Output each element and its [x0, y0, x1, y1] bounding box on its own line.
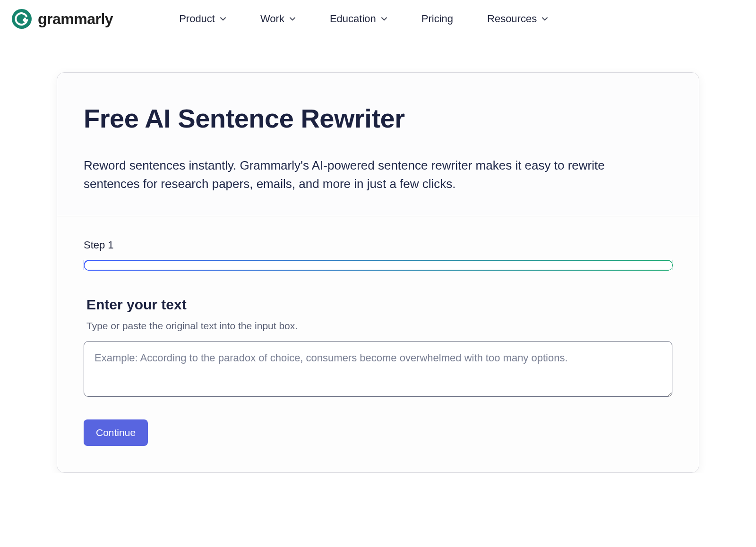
nav-label: Product	[179, 13, 215, 25]
page-title: Free AI Sentence Rewriter	[84, 103, 672, 134]
header: grammarly Product Work Education Pricing…	[0, 0, 756, 38]
nav-item-product[interactable]: Product	[179, 13, 226, 25]
svg-point-0	[12, 9, 32, 29]
continue-button[interactable]: Continue	[84, 419, 148, 446]
chevron-down-icon	[220, 16, 226, 22]
chevron-down-icon	[381, 16, 387, 22]
page-subtitle: Reword sentences instantly. Grammarly's …	[84, 156, 651, 193]
text-input[interactable]	[84, 341, 672, 397]
nav-label: Resources	[487, 13, 537, 25]
chevron-down-icon	[541, 16, 548, 22]
section-heading: Enter your text	[86, 297, 672, 313]
step-label: Step 1	[84, 239, 672, 251]
tool-card: Free AI Sentence Rewriter Reword sentenc…	[57, 72, 699, 473]
card-header: Free AI Sentence Rewriter Reword sentenc…	[57, 73, 699, 216]
section-subtext: Type or paste the original text into the…	[86, 320, 672, 332]
nav-label: Pricing	[421, 13, 453, 25]
brand-name: grammarly	[38, 10, 113, 28]
progress-track	[85, 261, 671, 269]
nav-label: Education	[330, 13, 376, 25]
card-body: Step 1 Enter your text Type or paste the…	[57, 216, 699, 472]
brand-logo[interactable]: grammarly	[11, 9, 113, 29]
nav-item-pricing[interactable]: Pricing	[421, 13, 453, 25]
nav-label: Work	[260, 13, 284, 25]
chevron-down-icon	[289, 16, 296, 22]
nav-item-work[interactable]: Work	[260, 13, 296, 25]
step-progress-bar	[84, 260, 672, 270]
nav-item-resources[interactable]: Resources	[487, 13, 548, 25]
main-nav: Product Work Education Pricing Resources	[179, 13, 548, 25]
nav-item-education[interactable]: Education	[330, 13, 387, 25]
grammarly-logo-icon	[11, 9, 32, 29]
